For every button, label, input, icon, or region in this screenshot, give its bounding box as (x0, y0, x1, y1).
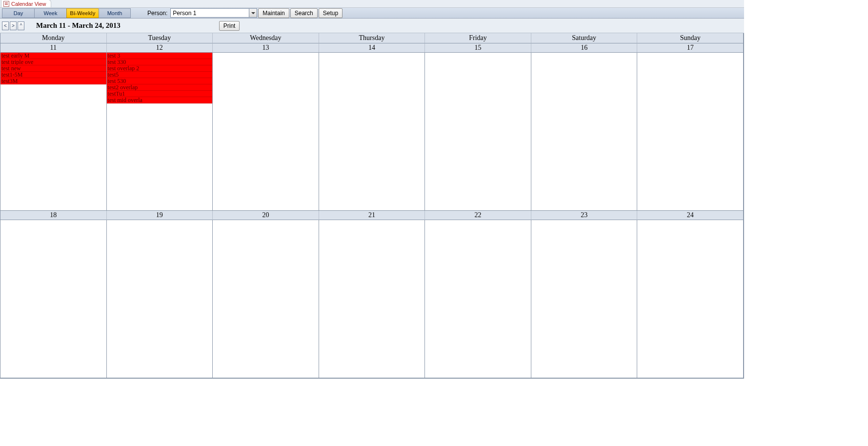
dropdown-button[interactable] (249, 9, 257, 17)
date-number-row: 11121314151617 (0, 43, 744, 53)
day-cell[interactable] (637, 53, 744, 211)
maintain-button[interactable]: Maintain (258, 8, 289, 18)
date-number: 15 (425, 43, 531, 53)
print-button[interactable]: Print (219, 21, 240, 31)
date-number: 12 (107, 43, 213, 53)
day-cell[interactable] (637, 220, 744, 378)
tab-label: Calendar View (11, 1, 46, 7)
week-row: test early Mtest triple ovetest newtest1… (0, 53, 744, 211)
calendar-event[interactable]: test3M (0, 78, 106, 84)
calendar-event[interactable]: testTu1 (107, 91, 213, 97)
view-month-button[interactable]: Month (99, 8, 131, 18)
person-selected-value: Person 1 (173, 10, 196, 17)
day-cell[interactable] (0, 220, 107, 378)
nav-row: < > ^ March 11 - March 24, 2013 Print (0, 19, 744, 33)
date-range: March 11 - March 24, 2013 (36, 21, 121, 30)
date-number: 21 (319, 211, 425, 220)
day-cell[interactable] (425, 53, 531, 211)
date-number: 17 (637, 43, 744, 53)
view-day-button[interactable]: Day (2, 8, 34, 18)
up-button[interactable]: ^ (18, 21, 24, 30)
tab-calendar-view[interactable]: Calendar View (1, 0, 51, 7)
date-number: 11 (0, 43, 107, 53)
calendar-event[interactable]: test early M (0, 53, 106, 59)
document-tabstrip: Calendar View (0, 0, 744, 8)
calendar-event[interactable]: test new (0, 65, 106, 72)
next-button[interactable]: > (10, 21, 17, 30)
day-cell[interactable] (319, 53, 425, 211)
day-cell[interactable]: test early Mtest triple ovetest newtest1… (0, 53, 107, 211)
calendar-grid: MondayTuesdayWednesdayThursdayFridaySatu… (0, 33, 744, 379)
day-header: Thursday (319, 33, 425, 43)
day-cell[interactable]: test 3test 330test overlap 2test5test 53… (107, 53, 213, 211)
setup-button[interactable]: Setup (319, 8, 343, 18)
date-number: 24 (637, 211, 744, 220)
day-header: Monday (0, 33, 107, 43)
prev-button[interactable]: < (2, 21, 9, 30)
date-number: 19 (107, 211, 213, 220)
calendar-event[interactable]: test triple ove (0, 59, 106, 65)
day-header: Tuesday (107, 33, 213, 43)
day-header-row: MondayTuesdayWednesdayThursdayFridaySatu… (0, 33, 744, 43)
day-cell[interactable] (213, 53, 319, 211)
calendar-event[interactable]: test1-5M (0, 72, 106, 78)
day-cell[interactable] (531, 53, 638, 211)
date-number: 16 (531, 43, 638, 53)
calendar-event[interactable]: test 330 (107, 59, 213, 65)
date-number: 13 (213, 43, 319, 53)
calendar-event[interactable]: test5 (107, 72, 213, 78)
day-header: Wednesday (213, 33, 319, 43)
date-number: 23 (531, 211, 638, 220)
calendar-event[interactable]: test 3 (107, 53, 213, 59)
day-header: Saturday (531, 33, 638, 43)
day-cell[interactable] (107, 220, 213, 378)
week-row (0, 220, 744, 378)
view-week-button[interactable]: Week (34, 8, 66, 18)
day-header: Friday (425, 33, 531, 43)
day-cell[interactable] (319, 220, 425, 378)
person-select[interactable]: Person 1 (170, 8, 257, 18)
calendar-event[interactable]: test overlap 2 (107, 65, 213, 72)
date-number: 20 (213, 211, 319, 220)
date-number: 14 (319, 43, 425, 53)
person-label: Person: (144, 10, 170, 17)
chevron-down-icon (251, 12, 255, 14)
toolbar: DayWeekBi-WeeklyMonth Person: Person 1 M… (0, 8, 744, 19)
day-cell[interactable] (531, 220, 638, 378)
form-icon (3, 1, 9, 7)
date-number: 22 (425, 211, 531, 220)
view-bi-weekly-button[interactable]: Bi-Weekly (66, 8, 99, 18)
search-button[interactable]: Search (290, 8, 318, 18)
calendar-event[interactable]: test2 overlap (107, 84, 213, 91)
day-cell[interactable] (213, 220, 319, 378)
calendar-event[interactable]: test 530 (107, 78, 213, 84)
calendar-event[interactable]: test mid overla (107, 97, 213, 103)
day-cell[interactable] (425, 220, 531, 378)
day-header: Sunday (637, 33, 744, 43)
date-number-row: 18192021222324 (0, 211, 744, 220)
date-number: 18 (0, 211, 107, 220)
